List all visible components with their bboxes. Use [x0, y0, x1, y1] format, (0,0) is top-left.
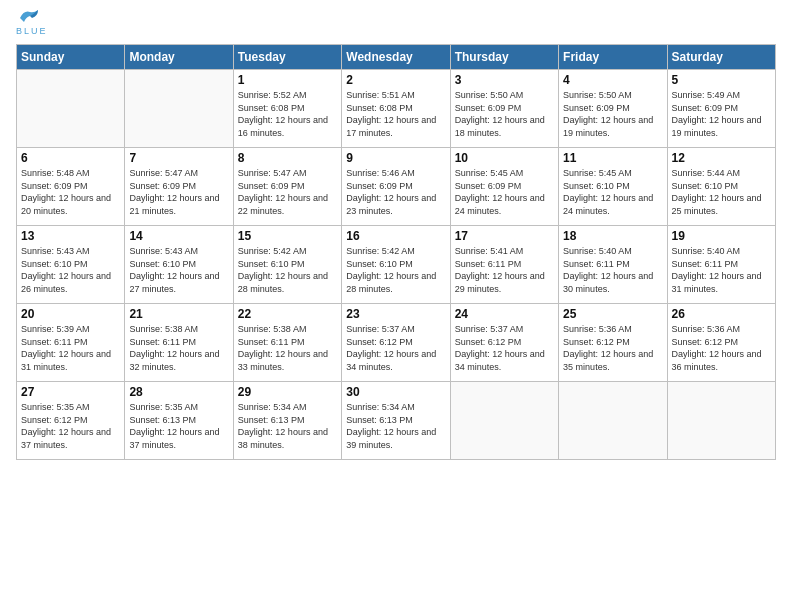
calendar-cell: 15Sunrise: 5:42 AMSunset: 6:10 PMDayligh…: [233, 226, 341, 304]
day-info: Sunrise: 5:37 AMSunset: 6:12 PMDaylight:…: [455, 323, 554, 373]
day-info: Sunrise: 5:38 AMSunset: 6:11 PMDaylight:…: [129, 323, 228, 373]
calendar-cell: 18Sunrise: 5:40 AMSunset: 6:11 PMDayligh…: [559, 226, 667, 304]
calendar-cell: 30Sunrise: 5:34 AMSunset: 6:13 PMDayligh…: [342, 382, 450, 460]
day-info: Sunrise: 5:51 AMSunset: 6:08 PMDaylight:…: [346, 89, 445, 139]
day-info: Sunrise: 5:40 AMSunset: 6:11 PMDaylight:…: [563, 245, 662, 295]
calendar-cell: 13Sunrise: 5:43 AMSunset: 6:10 PMDayligh…: [17, 226, 125, 304]
day-number: 22: [238, 307, 337, 321]
day-info: Sunrise: 5:47 AMSunset: 6:09 PMDaylight:…: [129, 167, 228, 217]
day-info: Sunrise: 5:52 AMSunset: 6:08 PMDaylight:…: [238, 89, 337, 139]
calendar-cell: [559, 382, 667, 460]
calendar-cell: [667, 382, 775, 460]
day-info: Sunrise: 5:37 AMSunset: 6:12 PMDaylight:…: [346, 323, 445, 373]
calendar-cell: 8Sunrise: 5:47 AMSunset: 6:09 PMDaylight…: [233, 148, 341, 226]
day-info: Sunrise: 5:50 AMSunset: 6:09 PMDaylight:…: [455, 89, 554, 139]
calendar-cell: 23Sunrise: 5:37 AMSunset: 6:12 PMDayligh…: [342, 304, 450, 382]
header-row: SundayMondayTuesdayWednesdayThursdayFrid…: [17, 45, 776, 70]
day-number: 29: [238, 385, 337, 399]
day-number: 12: [672, 151, 771, 165]
logo-bird-icon: [18, 8, 42, 28]
day-number: 10: [455, 151, 554, 165]
column-header-tuesday: Tuesday: [233, 45, 341, 70]
logo-tagline: BLUE: [16, 26, 48, 36]
day-number: 21: [129, 307, 228, 321]
calendar-cell: 29Sunrise: 5:34 AMSunset: 6:13 PMDayligh…: [233, 382, 341, 460]
day-number: 26: [672, 307, 771, 321]
day-info: Sunrise: 5:46 AMSunset: 6:09 PMDaylight:…: [346, 167, 445, 217]
day-number: 7: [129, 151, 228, 165]
calendar-cell: 22Sunrise: 5:38 AMSunset: 6:11 PMDayligh…: [233, 304, 341, 382]
column-header-friday: Friday: [559, 45, 667, 70]
day-number: 20: [21, 307, 120, 321]
day-number: 11: [563, 151, 662, 165]
day-number: 24: [455, 307, 554, 321]
day-number: 13: [21, 229, 120, 243]
day-info: Sunrise: 5:43 AMSunset: 6:10 PMDaylight:…: [129, 245, 228, 295]
day-number: 4: [563, 73, 662, 87]
day-number: 5: [672, 73, 771, 87]
calendar-cell: 25Sunrise: 5:36 AMSunset: 6:12 PMDayligh…: [559, 304, 667, 382]
day-number: 2: [346, 73, 445, 87]
calendar-cell: 26Sunrise: 5:36 AMSunset: 6:12 PMDayligh…: [667, 304, 775, 382]
day-info: Sunrise: 5:38 AMSunset: 6:11 PMDaylight:…: [238, 323, 337, 373]
calendar-cell: 9Sunrise: 5:46 AMSunset: 6:09 PMDaylight…: [342, 148, 450, 226]
calendar-cell: 5Sunrise: 5:49 AMSunset: 6:09 PMDaylight…: [667, 70, 775, 148]
calendar-cell: [17, 70, 125, 148]
calendar-cell: 11Sunrise: 5:45 AMSunset: 6:10 PMDayligh…: [559, 148, 667, 226]
day-number: 17: [455, 229, 554, 243]
calendar-cell: 16Sunrise: 5:42 AMSunset: 6:10 PMDayligh…: [342, 226, 450, 304]
day-number: 18: [563, 229, 662, 243]
day-info: Sunrise: 5:36 AMSunset: 6:12 PMDaylight:…: [672, 323, 771, 373]
day-number: 23: [346, 307, 445, 321]
calendar-cell: 7Sunrise: 5:47 AMSunset: 6:09 PMDaylight…: [125, 148, 233, 226]
day-info: Sunrise: 5:47 AMSunset: 6:09 PMDaylight:…: [238, 167, 337, 217]
column-header-sunday: Sunday: [17, 45, 125, 70]
day-number: 15: [238, 229, 337, 243]
calendar-cell: 28Sunrise: 5:35 AMSunset: 6:13 PMDayligh…: [125, 382, 233, 460]
day-info: Sunrise: 5:42 AMSunset: 6:10 PMDaylight:…: [238, 245, 337, 295]
day-info: Sunrise: 5:34 AMSunset: 6:13 PMDaylight:…: [238, 401, 337, 451]
week-row-3: 13Sunrise: 5:43 AMSunset: 6:10 PMDayligh…: [17, 226, 776, 304]
day-number: 8: [238, 151, 337, 165]
calendar-cell: 24Sunrise: 5:37 AMSunset: 6:12 PMDayligh…: [450, 304, 558, 382]
day-info: Sunrise: 5:36 AMSunset: 6:12 PMDaylight:…: [563, 323, 662, 373]
calendar-cell: 14Sunrise: 5:43 AMSunset: 6:10 PMDayligh…: [125, 226, 233, 304]
day-number: 3: [455, 73, 554, 87]
day-info: Sunrise: 5:41 AMSunset: 6:11 PMDaylight:…: [455, 245, 554, 295]
calendar-table: SundayMondayTuesdayWednesdayThursdayFrid…: [16, 44, 776, 460]
week-row-1: 1Sunrise: 5:52 AMSunset: 6:08 PMDaylight…: [17, 70, 776, 148]
calendar-cell: 10Sunrise: 5:45 AMSunset: 6:09 PMDayligh…: [450, 148, 558, 226]
column-header-monday: Monday: [125, 45, 233, 70]
day-number: 9: [346, 151, 445, 165]
calendar-cell: 12Sunrise: 5:44 AMSunset: 6:10 PMDayligh…: [667, 148, 775, 226]
column-header-wednesday: Wednesday: [342, 45, 450, 70]
calendar-cell: 4Sunrise: 5:50 AMSunset: 6:09 PMDaylight…: [559, 70, 667, 148]
day-info: Sunrise: 5:45 AMSunset: 6:09 PMDaylight:…: [455, 167, 554, 217]
day-info: Sunrise: 5:45 AMSunset: 6:10 PMDaylight:…: [563, 167, 662, 217]
day-number: 30: [346, 385, 445, 399]
day-info: Sunrise: 5:43 AMSunset: 6:10 PMDaylight:…: [21, 245, 120, 295]
day-info: Sunrise: 5:50 AMSunset: 6:09 PMDaylight:…: [563, 89, 662, 139]
day-info: Sunrise: 5:44 AMSunset: 6:10 PMDaylight:…: [672, 167, 771, 217]
day-info: Sunrise: 5:42 AMSunset: 6:10 PMDaylight:…: [346, 245, 445, 295]
day-info: Sunrise: 5:49 AMSunset: 6:09 PMDaylight:…: [672, 89, 771, 139]
calendar-cell: 1Sunrise: 5:52 AMSunset: 6:08 PMDaylight…: [233, 70, 341, 148]
day-number: 25: [563, 307, 662, 321]
column-header-thursday: Thursday: [450, 45, 558, 70]
day-number: 16: [346, 229, 445, 243]
day-info: Sunrise: 5:34 AMSunset: 6:13 PMDaylight:…: [346, 401, 445, 451]
day-info: Sunrise: 5:35 AMSunset: 6:12 PMDaylight:…: [21, 401, 120, 451]
day-number: 6: [21, 151, 120, 165]
day-number: 1: [238, 73, 337, 87]
week-row-5: 27Sunrise: 5:35 AMSunset: 6:12 PMDayligh…: [17, 382, 776, 460]
header: BLUE: [16, 12, 776, 36]
week-row-4: 20Sunrise: 5:39 AMSunset: 6:11 PMDayligh…: [17, 304, 776, 382]
week-row-2: 6Sunrise: 5:48 AMSunset: 6:09 PMDaylight…: [17, 148, 776, 226]
day-info: Sunrise: 5:39 AMSunset: 6:11 PMDaylight:…: [21, 323, 120, 373]
calendar-cell: 6Sunrise: 5:48 AMSunset: 6:09 PMDaylight…: [17, 148, 125, 226]
calendar-cell: 20Sunrise: 5:39 AMSunset: 6:11 PMDayligh…: [17, 304, 125, 382]
logo: BLUE: [16, 12, 48, 36]
calendar-cell: [450, 382, 558, 460]
day-number: 14: [129, 229, 228, 243]
day-number: 19: [672, 229, 771, 243]
